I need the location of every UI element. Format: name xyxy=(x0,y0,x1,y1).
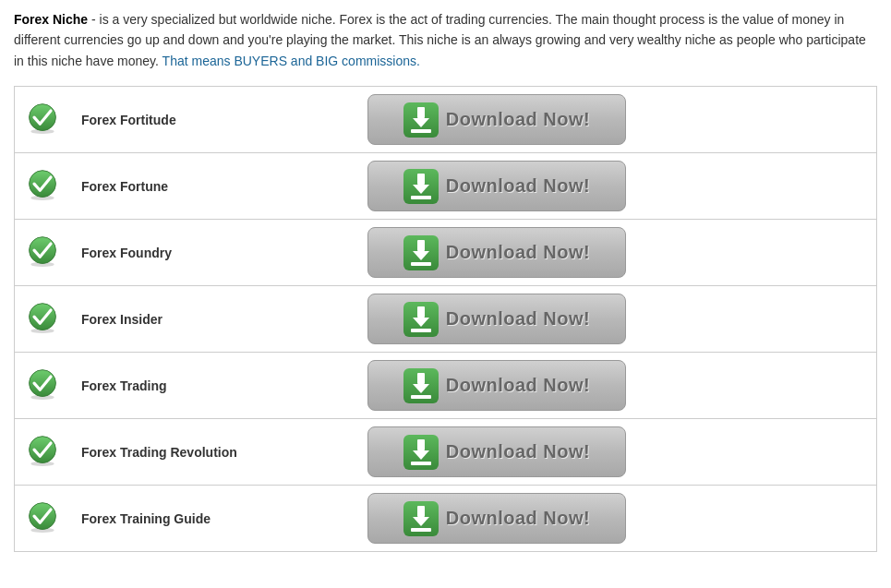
item-name-1: Forex Fortune xyxy=(70,153,356,220)
button-label-2: Download Now! xyxy=(446,242,590,263)
checkmark-icon-1 xyxy=(26,168,59,201)
check-cell-2 xyxy=(15,220,71,286)
checkmark-icon-5 xyxy=(26,434,59,467)
intro-text: Forex Niche - is a very specialized but … xyxy=(14,9,877,71)
item-name-6: Forex Training Guide xyxy=(70,486,356,552)
button-cell-5: Download Now! xyxy=(356,419,877,486)
arrow-icon-5 xyxy=(411,439,431,465)
intro-desc: - is a very specialized but worldwide ni… xyxy=(14,12,866,68)
check-cell-1 xyxy=(15,153,71,220)
button-label-1: Download Now! xyxy=(446,175,590,197)
download-icon-5 xyxy=(403,435,439,470)
download-button-0[interactable]: Download Now! xyxy=(367,94,626,145)
button-cell-6: Download Now! xyxy=(356,486,877,552)
checkmark-icon-6 xyxy=(26,500,59,534)
button-cell-0: Download Now! xyxy=(356,87,877,153)
check-cell-0 xyxy=(15,87,71,153)
button-label-4: Download Now! xyxy=(446,375,590,396)
arrow-icon-2 xyxy=(411,240,431,266)
table-row: Forex Foundry Download Now! xyxy=(15,220,877,286)
download-icon-0 xyxy=(403,102,439,138)
arrow-icon-6 xyxy=(411,506,431,532)
check-cell-5 xyxy=(15,419,71,486)
item-name-0: Forex Fortitude xyxy=(70,87,356,153)
arrow-icon-1 xyxy=(411,174,431,199)
download-button-2[interactable]: Download Now! xyxy=(367,227,626,278)
checkmark-icon-4 xyxy=(26,367,59,401)
check-cell-4 xyxy=(15,353,71,419)
table-row: Forex Trading Revolution Download Now! xyxy=(15,419,877,486)
download-icon-6 xyxy=(403,501,439,536)
download-icon-3 xyxy=(403,302,439,337)
table-row: Forex Fortitude Download Now! xyxy=(15,87,877,153)
arrow-icon-0 xyxy=(411,107,431,133)
table-row: Forex Insider Download Now! xyxy=(15,286,877,353)
button-cell-4: Download Now! xyxy=(356,353,877,419)
arrow-icon-4 xyxy=(411,373,431,399)
checkmark-icon-3 xyxy=(26,301,59,334)
intro-blue: That means BUYERS and BIG commissions. xyxy=(163,54,420,68)
table-row: Forex Fortune Download Now! xyxy=(15,153,877,220)
item-name-5: Forex Trading Revolution xyxy=(70,419,356,486)
table-row: Forex Trading Download Now! xyxy=(15,353,877,419)
download-button-1[interactable]: Download Now! xyxy=(367,161,626,211)
checkmark-icon-2 xyxy=(26,234,59,268)
table-row: Forex Training Guide Download Now! xyxy=(15,486,877,552)
check-cell-6 xyxy=(15,486,71,552)
item-name-4: Forex Trading xyxy=(70,353,356,419)
download-icon-4 xyxy=(403,368,439,403)
button-label-6: Download Now! xyxy=(446,508,590,529)
arrow-icon-3 xyxy=(411,306,431,332)
item-name-2: Forex Foundry xyxy=(70,220,356,286)
downloads-table: Forex Fortitude Download Now! xyxy=(14,86,877,552)
button-label-3: Download Now! xyxy=(446,308,590,330)
button-cell-2: Download Now! xyxy=(356,220,877,286)
button-label-5: Download Now! xyxy=(446,441,590,462)
download-button-6[interactable]: Download Now! xyxy=(367,493,626,544)
button-cell-1: Download Now! xyxy=(356,153,877,220)
item-name-3: Forex Insider xyxy=(70,286,356,353)
button-cell-3: Download Now! xyxy=(356,286,877,353)
check-cell-3 xyxy=(15,286,71,353)
intro-bold-label: Forex Niche xyxy=(14,12,88,27)
download-icon-1 xyxy=(403,169,439,204)
checkmark-icon-0 xyxy=(26,102,59,135)
download-button-5[interactable]: Download Now! xyxy=(367,426,626,477)
button-label-0: Download Now! xyxy=(446,109,590,130)
download-button-4[interactable]: Download Now! xyxy=(367,360,626,411)
download-button-3[interactable]: Download Now! xyxy=(367,294,626,344)
download-icon-2 xyxy=(403,235,439,270)
